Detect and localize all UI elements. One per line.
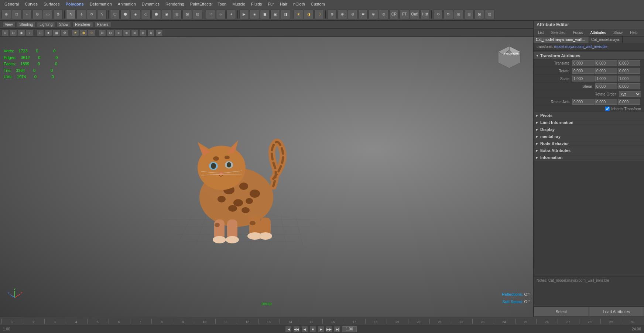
t2-btn7[interactable]: ▦ bbox=[53, 30, 60, 36]
select-button[interactable]: Select bbox=[534, 306, 589, 317]
menu-surfaces[interactable]: Surfaces bbox=[41, 1, 62, 7]
tool-misc10[interactable]: Hist bbox=[420, 10, 430, 19]
rotate-axis-x-input[interactable] bbox=[572, 99, 595, 105]
scale-x-input[interactable] bbox=[572, 76, 595, 81]
menu-fluids[interactable]: Fluids bbox=[248, 1, 265, 7]
tool-poly4[interactable]: ◇ bbox=[141, 10, 151, 19]
t2-btn8[interactable]: ⚙ bbox=[61, 30, 68, 36]
tool-render5[interactable]: ◨ bbox=[281, 10, 290, 19]
tool-poly8[interactable]: ⊠ bbox=[182, 10, 192, 19]
tick-12[interactable]: 12 bbox=[237, 319, 257, 324]
t2-btn19[interactable]: ≫ bbox=[155, 30, 163, 36]
play-stop-btn[interactable]: ■ bbox=[309, 326, 316, 333]
nav-cube[interactable]: FRONT RIGHT bbox=[496, 44, 522, 70]
tool-misc3[interactable]: ⊖ bbox=[348, 10, 357, 19]
tick-25[interactable]: 25 bbox=[515, 319, 536, 324]
menu-fur[interactable]: Fur bbox=[265, 1, 277, 7]
tick-10[interactable]: 10 bbox=[194, 319, 215, 324]
tool-arrow[interactable]: ↖ bbox=[66, 10, 76, 19]
viewport-menu-view[interactable]: View bbox=[2, 22, 16, 27]
viewport-menu-lighting[interactable]: Lighting bbox=[37, 22, 55, 27]
tick-6[interactable]: 6 bbox=[109, 319, 129, 324]
tool-misc6[interactable]: ⊙ bbox=[379, 10, 388, 19]
tool-light3[interactable]: ☽ bbox=[314, 10, 324, 19]
tool-extra1[interactable]: ⟲ bbox=[433, 10, 443, 19]
display-section[interactable]: ▶ Display bbox=[534, 126, 644, 133]
tool-cylinder[interactable]: ⊙ bbox=[32, 10, 42, 19]
menu-general[interactable]: General bbox=[1, 1, 22, 7]
tab-focus[interactable]: Focus bbox=[570, 30, 586, 35]
tick-27[interactable]: 27 bbox=[558, 319, 578, 324]
t2-btn2[interactable]: ⊡ bbox=[10, 30, 17, 36]
tick-29[interactable]: 29 bbox=[600, 319, 621, 324]
tool-light2[interactable]: ◑ bbox=[304, 10, 314, 19]
tool-misc2[interactable]: ⊕ bbox=[338, 10, 347, 19]
play-fwd-btn[interactable]: ▶ bbox=[318, 326, 324, 333]
rotate-axis-z-input[interactable] bbox=[618, 99, 640, 105]
limit-info-section[interactable]: ▶ Limit Information bbox=[534, 119, 644, 126]
tool-box[interactable]: □ bbox=[12, 10, 21, 19]
tool-render2[interactable]: ■ bbox=[250, 10, 259, 19]
t2-btn4[interactable]: ↓ bbox=[26, 30, 33, 36]
transform-attributes-section[interactable]: ▼ Transform Attributes bbox=[534, 52, 644, 59]
rotate-order-select[interactable]: xyz yzx zxy xzy yxz zyx bbox=[619, 91, 641, 97]
tool-light1[interactable]: ☀ bbox=[294, 10, 303, 19]
scale-y-input[interactable] bbox=[595, 76, 617, 81]
viewport-menu-renderer[interactable]: Renderer bbox=[72, 22, 93, 27]
t2-btn12[interactable]: ⊞ bbox=[99, 30, 106, 36]
t2-btn9[interactable]: ☀ bbox=[72, 30, 79, 36]
menu-custom[interactable]: Custom bbox=[308, 1, 328, 7]
tool-select[interactable]: ⊕ bbox=[1, 10, 11, 19]
viewport-menu-show[interactable]: Show bbox=[56, 22, 71, 27]
rotate-y-input[interactable] bbox=[595, 68, 617, 74]
tick-11[interactable]: 11 bbox=[215, 319, 236, 324]
tool-poly7[interactable]: ⊞ bbox=[172, 10, 182, 19]
mental-ray-section[interactable]: ▶ mental ray bbox=[534, 133, 644, 140]
tool-render3[interactable]: ◼ bbox=[260, 10, 270, 19]
tool-snap2[interactable]: ⊹ bbox=[216, 10, 226, 19]
tick-13[interactable]: 13 bbox=[258, 319, 279, 324]
tool-snap3[interactable]: ✦ bbox=[226, 10, 236, 19]
tool-poly5[interactable]: ⬟ bbox=[151, 10, 161, 19]
viewport[interactable]: Verts: 1723 0 0 Edges: 3612 0 0 Faces: 1… bbox=[0, 37, 533, 317]
tick-18[interactable]: 18 bbox=[365, 319, 386, 324]
tool-misc7[interactable]: CR bbox=[389, 10, 399, 19]
play-end-btn[interactable]: ▶| bbox=[334, 326, 340, 333]
pivots-section[interactable]: ▶ Pivots bbox=[534, 112, 644, 119]
tick-28[interactable]: 28 bbox=[579, 319, 600, 324]
tick-22[interactable]: 22 bbox=[451, 319, 472, 324]
extra-attributes-section[interactable]: ▶ Extra Attributes bbox=[534, 147, 644, 154]
t2-btn11[interactable]: ☆ bbox=[88, 30, 95, 36]
tick-5[interactable]: 5 bbox=[87, 319, 108, 324]
t2-btn6[interactable]: ■ bbox=[45, 30, 52, 36]
tool-plane[interactable]: ▭ bbox=[43, 10, 52, 19]
menu-curves[interactable]: Curves bbox=[22, 1, 41, 7]
shear-y-input[interactable] bbox=[618, 83, 640, 89]
tool-misc9[interactable]: Out! bbox=[410, 10, 419, 19]
tab-list[interactable]: List bbox=[535, 30, 547, 35]
tool-snap1[interactable]: ⁙ bbox=[206, 10, 215, 19]
tick-4[interactable]: 4 bbox=[66, 319, 86, 324]
tick-9[interactable]: 9 bbox=[173, 319, 193, 324]
tick-14[interactable]: 14 bbox=[280, 319, 300, 324]
tool-extra6[interactable]: ⊡ bbox=[485, 10, 494, 19]
tick-23[interactable]: 23 bbox=[472, 319, 493, 324]
tool-misc4[interactable]: ✱ bbox=[358, 10, 368, 19]
t2-btn17[interactable]: ⊕ bbox=[139, 30, 147, 36]
menu-dynamics[interactable]: Dynamics bbox=[139, 1, 162, 7]
tick-16[interactable]: 16 bbox=[322, 319, 343, 324]
t2-btn14[interactable]: ≡ bbox=[115, 30, 122, 36]
viewport-menu-shading[interactable]: Shading bbox=[17, 22, 36, 27]
tool-poly6[interactable]: ◉ bbox=[162, 10, 171, 19]
tool-extra2[interactable]: ⟳ bbox=[443, 10, 453, 19]
frame-input[interactable] bbox=[342, 326, 357, 332]
menu-polygons[interactable]: Polygons bbox=[62, 1, 87, 7]
tab-help[interactable]: Help bbox=[627, 30, 641, 35]
node-tab-1[interactable]: Cat_model:maya:room_wall_invisible bbox=[534, 37, 589, 43]
tool-poly1[interactable]: ⬡ bbox=[110, 10, 120, 19]
menu-toon[interactable]: Toon bbox=[215, 1, 229, 7]
tick-21[interactable]: 21 bbox=[429, 319, 450, 324]
tool-poly9[interactable]: ⊡ bbox=[193, 10, 202, 19]
tool-poly2[interactable]: ⬢ bbox=[120, 10, 130, 19]
rotate-z-input[interactable] bbox=[618, 68, 640, 74]
